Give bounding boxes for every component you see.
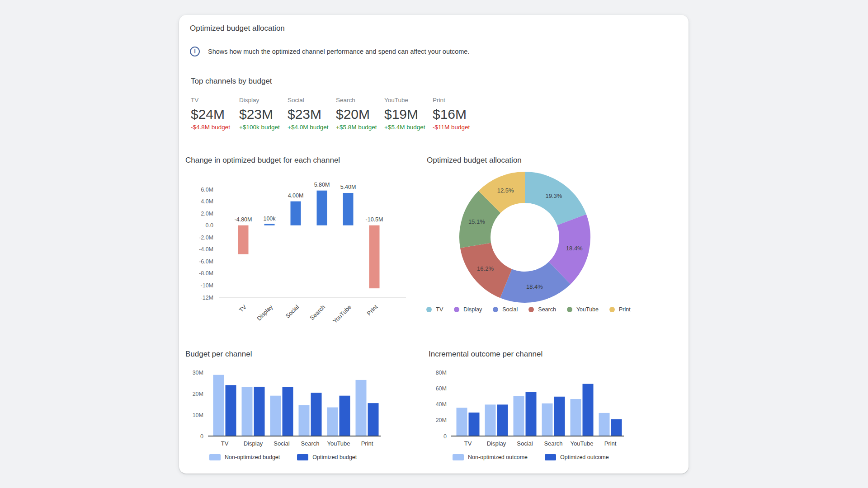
budget-chart-legend: Non-optimized budgetOptimized budget: [209, 454, 357, 460]
svg-text:Print: Print: [361, 440, 373, 447]
svg-text:20M: 20M: [436, 417, 447, 423]
stat-youtube: YouTube $19M +$5.4M budget: [384, 96, 426, 131]
svg-text:Search: Search: [301, 440, 319, 447]
svg-text:40M: 40M: [436, 401, 447, 408]
svg-text:-10M: -10M: [201, 282, 213, 289]
stat-delta: -$4.8M budget: [191, 123, 233, 131]
svg-text:6.0M: 6.0M: [201, 187, 213, 193]
svg-text:2.0M: 2.0M: [201, 211, 213, 217]
donut-legend: TVDisplaySocialSearchYouTubePrint: [427, 306, 630, 313]
legend-label: Social: [502, 306, 518, 313]
svg-text:YouTube: YouTube: [327, 440, 350, 447]
svg-text:20M: 20M: [193, 391, 203, 397]
stat-channel-label: Display: [239, 96, 281, 104]
optimized-budget-card: Optimized budget allocation i Shows how …: [179, 15, 689, 474]
svg-text:YouTube: YouTube: [331, 304, 353, 324]
svg-text:12.5%: 12.5%: [497, 187, 514, 194]
svg-text:TV: TV: [238, 303, 248, 314]
legend-label: Optimized budget: [312, 454, 357, 460]
stat-channel-label: Search: [336, 96, 378, 104]
svg-text:Print: Print: [366, 303, 379, 317]
budget-per-channel-chart: 010M20M30MTVDisplaySocialSearchYouTubePr…: [185, 362, 411, 452]
info-icon: i: [190, 47, 200, 56]
outcome-chart-legend: Non-optimized outcomeOptimized outcome: [453, 454, 609, 460]
svg-text:-4.80M: -4.80M: [235, 216, 252, 223]
svg-text:Display: Display: [244, 440, 263, 447]
legend-swatch: [528, 307, 534, 312]
legend-label: Non-optimized budget: [225, 454, 280, 460]
legend-swatch: [493, 307, 498, 312]
svg-text:80M: 80M: [436, 370, 447, 376]
top-channels-stats: TV $24M -$4.8M budget Display $23M +$100…: [191, 96, 475, 131]
legend-swatch: [609, 307, 615, 312]
stat-value: $23M: [239, 105, 281, 123]
svg-text:-6.0M: -6.0M: [199, 258, 213, 265]
svg-text:100k: 100k: [263, 216, 276, 222]
svg-text:Display: Display: [255, 303, 274, 322]
stat-delta: +$100k budget: [239, 123, 281, 131]
svg-text:Print: Print: [604, 440, 617, 447]
stat-value: $24M: [191, 105, 233, 123]
svg-text:Social: Social: [284, 304, 300, 320]
legend-item-social: Social: [493, 306, 518, 313]
stat-value: $23M: [288, 105, 330, 123]
donut-chart: 19.3%18.4%18.4%16.2%15.1%12.5%: [427, 171, 639, 305]
legend-swatch: [454, 307, 459, 312]
svg-text:0: 0: [443, 433, 447, 440]
stat-channel-label: Social: [288, 96, 330, 104]
legend-label: Non-optimized outcome: [468, 454, 528, 460]
legend-swatch: [297, 454, 308, 460]
svg-text:Display: Display: [487, 440, 506, 447]
svg-text:-2.0M: -2.0M: [199, 235, 213, 241]
stat-social: Social $23M +$4.0M budget: [288, 96, 330, 131]
waterfall-chart: 6.0M4.0M2.0M0.0-2.0M-4.0M-6.0M-8.0M-10M-…: [185, 171, 411, 324]
svg-text:TV: TV: [464, 440, 472, 447]
stat-delta: -$11M budget: [433, 123, 475, 131]
legend-label: TV: [436, 306, 443, 313]
stat-channel-label: YouTube: [384, 96, 426, 104]
svg-text:18.4%: 18.4%: [526, 283, 543, 290]
legend-label: Print: [619, 306, 631, 313]
svg-text:0: 0: [200, 433, 203, 440]
stat-search: Search $20M +$5.8M budget: [336, 96, 378, 131]
stat-value: $19M: [384, 105, 426, 123]
waterfall-chart-title: Change in optimized budget for each chan…: [185, 155, 340, 166]
donut-chart-title: Optimized budget allocation: [427, 155, 522, 166]
svg-text:5.80M: 5.80M: [314, 182, 330, 188]
stat-channel-label: Print: [433, 96, 475, 104]
info-banner: i Shows how much the optimized channel p…: [179, 39, 689, 64]
legend-swatch: [567, 307, 572, 312]
legend-swatch: [209, 454, 221, 460]
top-channels-title: Top channels by budget: [191, 76, 272, 87]
svg-text:0.0: 0.0: [206, 222, 213, 229]
legend-item-tv: TV: [426, 306, 443, 313]
stat-tv: TV $24M -$4.8M budget: [191, 96, 233, 131]
legend-item: Optimized outcome: [545, 454, 609, 460]
outcome-chart-title: Incremental outcome per channel: [429, 349, 542, 360]
legend-swatch: [426, 307, 432, 312]
legend-item-print: Print: [609, 306, 631, 313]
svg-text:5.40M: 5.40M: [340, 184, 356, 190]
legend-swatch: [545, 454, 556, 460]
stat-delta: +$4.0M budget: [288, 123, 330, 131]
legend-label: Search: [538, 306, 556, 313]
svg-text:-12M: -12M: [201, 295, 213, 301]
legend-item: Non-optimized outcome: [453, 454, 528, 460]
svg-text:TV: TV: [221, 440, 229, 447]
svg-text:YouTube: YouTube: [570, 440, 593, 447]
legend-item-search: Search: [528, 306, 556, 313]
svg-text:4.00M: 4.00M: [288, 192, 304, 199]
incremental-outcome-chart: 020M40M60M80MTVDisplaySocialSearchYouTub…: [429, 362, 655, 452]
legend-item: Optimized budget: [297, 454, 357, 460]
legend-item-display: Display: [454, 306, 482, 313]
card-header: Optimized budget allocation: [190, 20, 678, 37]
legend-label: Display: [463, 306, 482, 313]
legend-item-youtube: YouTube: [567, 306, 599, 313]
svg-text:-8.0M: -8.0M: [199, 270, 213, 277]
svg-text:4.0M: 4.0M: [201, 198, 213, 205]
svg-text:-4.0M: -4.0M: [199, 246, 213, 253]
stat-delta: +$5.4M budget: [384, 123, 426, 131]
info-banner-text: Shows how much the optimized channel per…: [208, 48, 469, 55]
svg-text:19.3%: 19.3%: [545, 192, 562, 199]
stat-value: $20M: [336, 105, 378, 123]
